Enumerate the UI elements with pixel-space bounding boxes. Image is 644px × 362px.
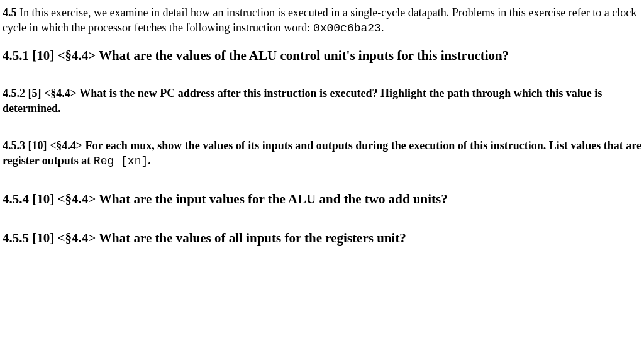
question-text: What are the values of the ALU control u…	[99, 48, 509, 63]
question-number: 4.5.2	[3, 87, 25, 99]
question-meta: [10] <§4.4>	[29, 191, 99, 206]
instruction-word: 0x00c6ba23	[313, 22, 381, 35]
question-4-5-2: 4.5.2 [5] <§4.4> What is the new PC addr…	[3, 86, 641, 116]
exercise-number: 4.5	[3, 6, 17, 19]
question-text: What are the values of all inputs for th…	[99, 230, 406, 246]
question-meta: [10] <§4.4>	[25, 139, 86, 152]
question-meta: [5] <§4.4>	[25, 87, 79, 99]
question-text-2: .	[148, 154, 151, 167]
question-4-5-4: 4.5.4 [10] <§4.4> What are the input val…	[3, 190, 641, 208]
question-4-5-1: 4.5.1 [10] <§4.4> What are the values of…	[3, 47, 641, 64]
question-text: What is the new PC address after this in…	[3, 87, 602, 115]
question-number: 4.5.5	[3, 230, 29, 246]
question-number: 4.5.4	[3, 191, 29, 206]
question-number: 4.5.1	[3, 48, 29, 63]
question-number: 4.5.3	[3, 139, 25, 152]
register-notation: Reg [xn]	[94, 155, 148, 167]
question-4-5-3: 4.5.3 [10] <§4.4> For each mux, show the…	[3, 138, 641, 169]
exercise-intro: 4.5 In this exercise, we examine in deta…	[3, 5, 641, 37]
question-text: What are the input values for the ALU an…	[99, 191, 448, 206]
question-meta: [10] <§4.4>	[29, 48, 99, 63]
question-meta: [10] <§4.4>	[29, 230, 99, 246]
question-4-5-5: 4.5.5 [10] <§4.4> What are the values of…	[3, 229, 641, 247]
intro-text-2: .	[381, 21, 384, 34]
